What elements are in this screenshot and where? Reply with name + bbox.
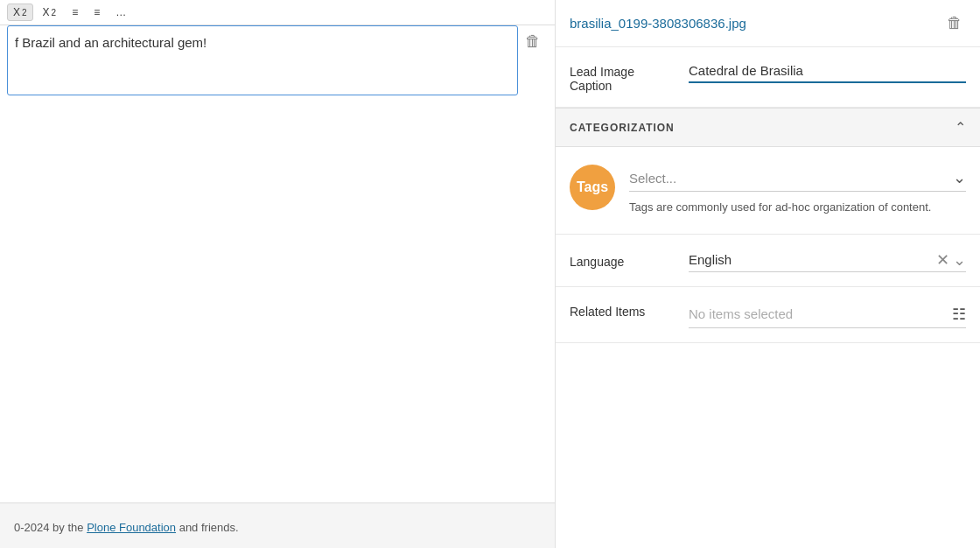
- image-filename-row: brasilia_0199-3808306836.jpg 🗑: [556, 0, 980, 47]
- superscript-button[interactable]: X2: [7, 4, 33, 21]
- related-items-value: No items selected ☷: [689, 301, 966, 328]
- tags-avatar-label: Tags: [577, 179, 608, 195]
- categorization-label: CATEGORIZATION: [570, 122, 675, 134]
- tags-help-text: Tags are commonly used for ad-hoc organi…: [629, 199, 966, 216]
- trash-icon: 🗑: [525, 32, 541, 51]
- tags-select-placeholder: Select...: [629, 171, 676, 186]
- no-items-text: No items selected: [689, 306, 793, 321]
- right-panel: brasilia_0199-3808306836.jpg 🗑 Lead Imag…: [556, 0, 980, 548]
- tags-row: Tags Select... ⌄ Tags are commonly used …: [556, 147, 980, 235]
- chevron-up-icon: ⌃: [955, 119, 966, 136]
- language-select[interactable]: English ✕ ⌄: [689, 249, 966, 272]
- language-row: Language English ✕ ⌄: [556, 235, 980, 287]
- related-items-label: Related Items: [570, 301, 675, 319]
- categorization-section-header[interactable]: CATEGORIZATION ⌃: [556, 108, 980, 147]
- lead-image-caption-row: Lead Image Caption: [556, 47, 980, 108]
- chevron-down-icon: ⌄: [953, 168, 966, 187]
- related-items-row: Related Items No items selected ☷: [556, 287, 980, 343]
- text-editor[interactable]: f Brazil and an architectural gem!: [7, 25, 518, 95]
- language-value: English: [689, 252, 732, 267]
- tags-right: Select... ⌄ Tags are commonly used for a…: [629, 165, 966, 216]
- left-panel: X2 X2 ≡ ≡ … f Brazil and an architectura…: [0, 0, 556, 548]
- unordered-list-button[interactable]: ≡: [88, 4, 106, 21]
- lead-image-caption-input[interactable]: [689, 61, 966, 83]
- text-editor-row: f Brazil and an architectural gem! 🗑: [0, 25, 555, 95]
- footer-prefix: 0-2024 by the: [14, 521, 87, 534]
- language-controls: ✕ ⌄: [936, 252, 966, 268]
- tags-avatar: Tags: [570, 165, 615, 210]
- footer-text: 0-2024 by the Plone Foundation and frien…: [14, 521, 541, 534]
- more-button[interactable]: …: [109, 4, 132, 21]
- related-items-icon: ☷: [952, 306, 966, 323]
- lead-image-caption-label: Lead Image Caption: [570, 61, 675, 93]
- delete-text-button[interactable]: 🗑: [518, 25, 548, 54]
- plone-foundation-link[interactable]: Plone Foundation: [87, 521, 176, 534]
- subscript-button[interactable]: X2: [37, 4, 63, 21]
- lead-image-caption-field: [689, 61, 966, 83]
- ordered-list-button[interactable]: ≡: [66, 4, 84, 21]
- toolbar: X2 X2 ≡ ≡ …: [0, 0, 555, 25]
- footer-suffix: and friends.: [176, 521, 239, 534]
- related-items-browse-button[interactable]: ☷: [952, 305, 966, 324]
- language-dropdown-button[interactable]: ⌄: [953, 252, 966, 268]
- footer-area: 0-2024 by the Plone Foundation and frien…: [0, 502, 555, 548]
- tags-select-dropdown[interactable]: Select... ⌄: [629, 165, 966, 192]
- language-label: Language: [570, 251, 675, 269]
- editor-text: f Brazil and an architectural gem!: [15, 35, 206, 50]
- delete-image-button[interactable]: 🗑: [943, 14, 966, 32]
- trash-icon: 🗑: [947, 14, 962, 32]
- image-filename-link[interactable]: brasilia_0199-3808306836.jpg: [570, 14, 943, 32]
- language-clear-button[interactable]: ✕: [936, 252, 949, 268]
